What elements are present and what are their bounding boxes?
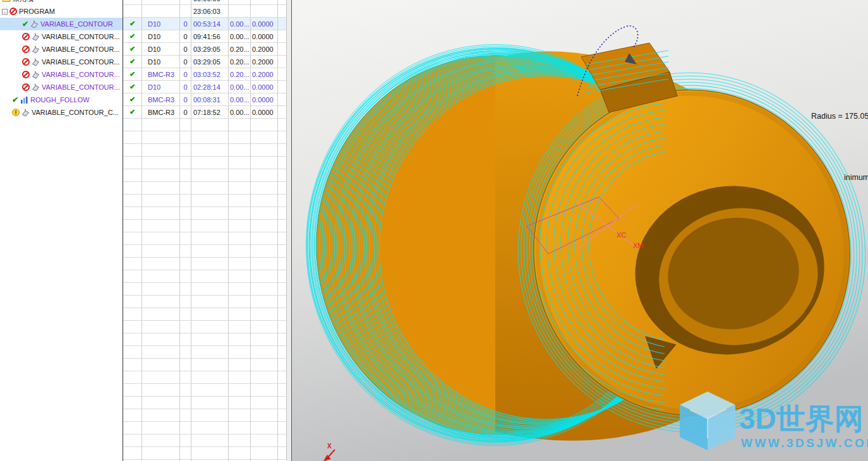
stock-value-cell[interactable] <box>229 409 251 422</box>
time-cell[interactable] <box>191 434 229 447</box>
toolpath-status-cell[interactable] <box>123 308 142 321</box>
count-cell[interactable] <box>180 182 191 195</box>
count-cell[interactable]: 0 <box>180 30 191 43</box>
tool-cell[interactable]: BMC-R3 <box>142 68 180 81</box>
tree-item[interactable]: ✔VARIABLE_CONTOUR <box>0 18 123 30</box>
toolpath-status-cell[interactable] <box>123 232 142 245</box>
stock-value-cell[interactable]: 0.00... <box>229 106 251 119</box>
toolpath-status-cell[interactable] <box>123 270 142 283</box>
tree-item[interactable]: VARIABLE_CONTOUR... <box>0 56 123 68</box>
stock-value2-cell[interactable] <box>251 207 278 220</box>
time-cell[interactable] <box>191 144 229 157</box>
stock-value2-cell[interactable] <box>251 119 278 131</box>
tool-cell[interactable] <box>142 182 180 195</box>
stock-value2-cell[interactable] <box>251 409 278 422</box>
stock-value-cell[interactable]: 0.00... <box>229 18 251 30</box>
time-cell[interactable] <box>191 321 229 333</box>
time-cell[interactable]: 09:41:56 <box>191 30 229 43</box>
stock-value-cell[interactable] <box>229 346 251 359</box>
stock-value-cell[interactable] <box>229 169 251 182</box>
stock-value-cell[interactable] <box>229 157 251 169</box>
stock-value-cell[interactable] <box>229 321 251 333</box>
toolpath-status-cell[interactable] <box>123 220 142 232</box>
count-cell[interactable] <box>180 447 191 460</box>
operation-navigator-panel[interactable]: 未用项00:00:00-PROGRAM23:06:03✔VARIABLE_CON… <box>0 0 292 461</box>
count-cell[interactable] <box>180 283 191 296</box>
count-cell[interactable] <box>180 0 191 5</box>
count-cell[interactable] <box>180 422 191 434</box>
tree-row[interactable]: VARIABLE_CONTOUR...✔D10003:29:050.20...0… <box>0 43 291 56</box>
stock-value2-cell[interactable]: 0.0000 <box>251 30 278 43</box>
stock-value-cell[interactable] <box>229 245 251 258</box>
stock-value2-cell[interactable]: 0.0000 <box>251 81 278 93</box>
stock-value2-cell[interactable] <box>251 384 278 397</box>
tree-item[interactable]: !VARIABLE_CONTOUR_C... <box>0 106 123 119</box>
tool-cell[interactable] <box>142 283 180 296</box>
toolpath-status-cell[interactable] <box>123 169 142 182</box>
tool-cell[interactable]: D10 <box>142 81 180 93</box>
tree-item[interactable]: VARIABLE_CONTOUR... <box>0 43 123 56</box>
stock-value2-cell[interactable] <box>251 270 278 283</box>
time-cell[interactable] <box>191 119 229 131</box>
tool-cell[interactable]: BMC-R3 <box>142 93 180 106</box>
tool-cell[interactable] <box>142 144 180 157</box>
tool-cell[interactable] <box>142 384 180 397</box>
toolpath-status-cell[interactable] <box>123 296 142 308</box>
time-cell[interactable]: 23:06:03 <box>191 5 229 18</box>
count-cell[interactable] <box>180 232 191 245</box>
stock-value2-cell[interactable]: 0.0000 <box>251 18 278 30</box>
toolpath-status-cell[interactable] <box>123 422 142 434</box>
toolpath-status-cell[interactable] <box>123 447 142 460</box>
toolpath-status-cell[interactable]: ✔ <box>123 81 142 93</box>
time-cell[interactable] <box>191 397 229 409</box>
count-cell[interactable]: 0 <box>180 93 191 106</box>
stock-value2-cell[interactable] <box>251 371 278 384</box>
toolpath-status-cell[interactable]: ✔ <box>123 43 142 56</box>
toolpath-status-cell[interactable] <box>123 359 142 371</box>
time-cell[interactable] <box>191 169 229 182</box>
tool-cell[interactable]: D10 <box>142 30 180 43</box>
toolpath-status-cell[interactable] <box>123 333 142 346</box>
count-cell[interactable] <box>180 308 191 321</box>
count-cell[interactable]: 0 <box>180 18 191 30</box>
stock-value2-cell[interactable] <box>251 397 278 409</box>
time-cell[interactable]: 03:03:52 <box>191 68 229 81</box>
tool-cell[interactable] <box>142 119 180 131</box>
time-cell[interactable] <box>191 195 229 207</box>
count-cell[interactable] <box>180 296 191 308</box>
time-cell[interactable]: 00:53:14 <box>191 18 229 30</box>
stock-value2-cell[interactable]: 0.2000 <box>251 68 278 81</box>
stock-value2-cell[interactable] <box>251 182 278 195</box>
time-cell[interactable]: 00:08:31 <box>191 93 229 106</box>
count-cell[interactable] <box>180 157 191 169</box>
time-cell[interactable] <box>191 409 229 422</box>
stock-value2-cell[interactable] <box>251 157 278 169</box>
time-cell[interactable] <box>191 131 229 144</box>
toolpath-status-cell[interactable] <box>123 258 142 270</box>
toolpath-status-cell[interactable] <box>123 384 142 397</box>
count-cell[interactable]: 0 <box>180 56 191 68</box>
stock-value-cell[interactable] <box>229 371 251 384</box>
toolpath-status-cell[interactable]: ✔ <box>123 106 142 119</box>
navigator-scrollbar[interactable] <box>286 0 291 461</box>
stock-value2-cell[interactable] <box>251 422 278 434</box>
tool-cell[interactable] <box>142 409 180 422</box>
count-cell[interactable] <box>180 270 191 283</box>
tool-cell[interactable] <box>142 220 180 232</box>
toolpath-status-cell[interactable]: ✔ <box>123 68 142 81</box>
stock-value2-cell[interactable] <box>251 333 278 346</box>
tool-cell[interactable] <box>142 447 180 460</box>
count-cell[interactable] <box>180 131 191 144</box>
stock-value2-cell[interactable] <box>251 447 278 460</box>
time-cell[interactable]: 02:28:14 <box>191 81 229 93</box>
stock-value-cell[interactable]: 0.00... <box>229 93 251 106</box>
tool-cell[interactable] <box>142 232 180 245</box>
stock-value-cell[interactable]: 0.20... <box>229 68 251 81</box>
time-cell[interactable] <box>191 371 229 384</box>
stock-value2-cell[interactable] <box>251 346 278 359</box>
time-cell[interactable]: 03:29:05 <box>191 56 229 68</box>
time-cell[interactable] <box>191 270 229 283</box>
tree-row[interactable]: 未用项00:00:00 <box>0 0 291 5</box>
stock-value-cell[interactable] <box>229 207 251 220</box>
toolpath-status-cell[interactable] <box>123 409 142 422</box>
